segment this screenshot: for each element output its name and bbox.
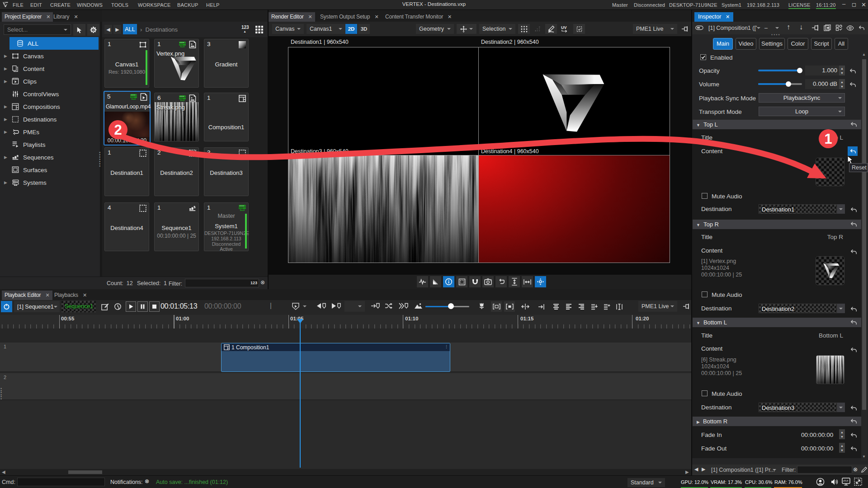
svg-text:UV: UV: [561, 25, 567, 30]
